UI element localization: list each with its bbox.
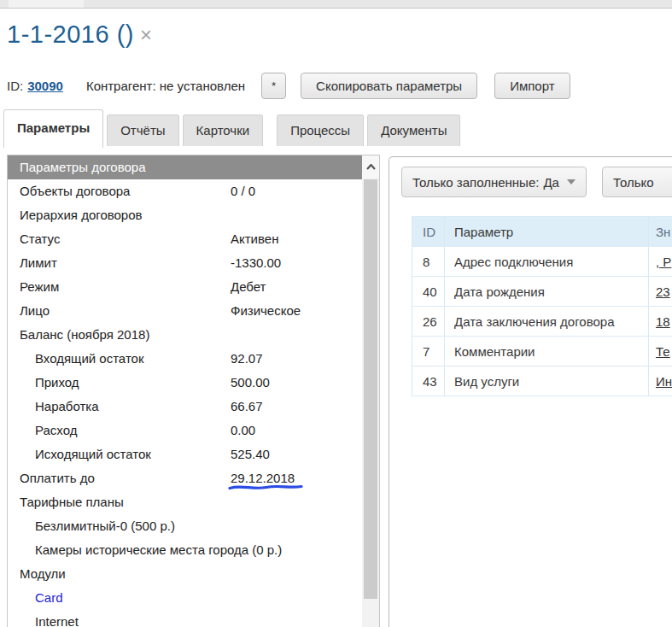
table-row[interactable]: 7 Комментарии Те: [412, 337, 672, 366]
param-value-text: 0 / 0: [231, 184, 255, 198]
param-row-тарифные-планы[interactable]: Тарифные планы: [8, 490, 379, 514]
scrollbar-up-arrow-icon[interactable]: [362, 155, 379, 179]
param-row-лимит[interactable]: Лимит -1330.00: [8, 251, 379, 275]
param-value: 29.12.2018: [231, 466, 295, 490]
col-header-param[interactable]: Параметр: [445, 217, 649, 247]
cell-param: Комментарии: [445, 337, 649, 366]
param-row-статус[interactable]: Статус Активен: [8, 227, 379, 251]
tab-label: Отчёты: [120, 123, 165, 138]
tab-карточки[interactable]: Карточки: [183, 114, 264, 146]
star-button[interactable]: *: [261, 73, 286, 99]
param-row-лицо[interactable]: Лицо Физическое: [8, 299, 379, 323]
tab-label: Документы: [381, 123, 447, 138]
param-row-internet[interactable]: Internet: [8, 610, 379, 627]
params-table-head: ID Параметр Зн: [412, 217, 672, 247]
table-row[interactable]: 8 Адрес подключения , Р: [412, 247, 672, 277]
scrollbar-thumb[interactable]: [364, 179, 377, 599]
param-label: Лицо: [20, 303, 50, 318]
close-icon[interactable]: ×: [140, 26, 152, 44]
param-row-модули[interactable]: Модули: [8, 562, 379, 586]
tab-label: Карточки: [196, 123, 250, 138]
id-label: ID:: [7, 79, 23, 93]
param-value: 525.40: [231, 442, 270, 466]
value-link[interactable]: 18: [656, 314, 670, 329]
param-value: 92.07: [231, 347, 263, 371]
copy-params-button[interactable]: Скопировать параметры: [301, 73, 477, 99]
param-value: 0 / 0: [231, 179, 255, 203]
tab-параметры[interactable]: Параметры: [3, 109, 103, 148]
filter-label: Только заполненные:: [412, 175, 539, 190]
col-header-value[interactable]: Зн: [649, 217, 672, 247]
contragent-text: Контрагент: не установлен: [86, 79, 245, 93]
value-link[interactable]: Те: [656, 344, 670, 359]
param-label: Тарифные планы: [20, 495, 124, 509]
cell-param: Дата заключения договора: [445, 307, 649, 337]
param-row-оплатить-до[interactable]: Оплатить до 29.12.2018: [8, 466, 379, 490]
contract-title-row: 1-1-2016 () ×: [7, 21, 152, 49]
param-value-text: 0.00: [231, 423, 255, 437]
params-table-body: 8 Адрес подключения , Р 40 Дата рождения…: [412, 247, 672, 396]
filter-label: Только: [613, 175, 654, 190]
param-value-text: -1330.00: [231, 255, 281, 270]
filter-value: Да: [543, 175, 559, 190]
tab-отчёты[interactable]: Отчёты: [107, 114, 178, 146]
param-label: Оплатить до: [20, 471, 95, 485]
param-row-иерархия-договоров[interactable]: Иерархия договоров: [8, 203, 379, 227]
param-label: Безлимитный-0 (500 р.): [35, 519, 175, 533]
filter-dropdown-только-заполненные-[interactable]: Только заполненные: Да: [401, 167, 587, 197]
tab-bar: ПараметрыОтчётыКарточки ПроцессыДокумент…: [3, 109, 464, 148]
param-row-расход[interactable]: Расход 0.00: [8, 419, 379, 442]
col-header-id[interactable]: ID: [412, 217, 445, 247]
param-row-наработка[interactable]: Наработка 66.67: [8, 395, 379, 419]
filters: Только заполненные: Да Только: [401, 167, 672, 197]
table-row[interactable]: 40 Дата рождения 23: [412, 277, 672, 307]
param-label: Наработка: [35, 399, 99, 413]
param-row-приход[interactable]: Приход 500.00: [8, 371, 379, 395]
value-link[interactable]: Ин: [656, 374, 672, 389]
param-row-исходящий-остаток[interactable]: Исходящий остаток 525.40: [8, 442, 379, 466]
param-label: Приход: [35, 375, 79, 390]
cell-value: 23: [649, 277, 672, 307]
param-row-безлимитный-0-500-р-[interactable]: Безлимитный-0 (500 р.): [8, 514, 379, 538]
param-value-text: 92.07: [231, 351, 263, 366]
param-label: Входящий остаток: [35, 351, 144, 366]
param-row-баланс-ноября-2018-[interactable]: Баланс (ноября 2018): [8, 323, 379, 347]
page-title: 1-1-2016 (): [7, 21, 134, 49]
table-row[interactable]: 43 Вид услуги Ин: [412, 366, 672, 396]
param-value: Активен: [231, 227, 278, 251]
param-label: Объекты договора: [20, 184, 130, 198]
tab-документы[interactable]: Документы: [367, 114, 460, 146]
param-value-text: Дебет: [231, 279, 266, 294]
param-row-объекты-договора[interactable]: Объекты договора 0 / 0: [8, 179, 379, 203]
cell-value: Ин: [649, 366, 672, 396]
param-row-параметры-договора[interactable]: Параметры договора: [8, 155, 379, 179]
left-panel-list: Параметры договора Объекты договора 0 / …: [8, 155, 379, 627]
param-label: Параметры договора: [20, 160, 146, 174]
param-value-text: 525.40: [231, 447, 270, 461]
param-label: Режим: [20, 279, 59, 294]
param-value: -1330.00: [231, 251, 281, 275]
param-label: Лимит: [20, 255, 57, 270]
param-value: Дебет: [231, 275, 266, 299]
left-panel-scrollbar[interactable]: [362, 155, 379, 627]
import-button[interactable]: Импорт: [494, 73, 570, 99]
param-value-text: Физическое: [231, 303, 301, 318]
cell-value: 18: [649, 307, 672, 337]
param-row-камеры-исторические-места-города-0-р-[interactable]: Камеры исторические места города (0 р.): [8, 538, 379, 562]
filter-dropdown-только[interactable]: Только: [602, 167, 672, 197]
cell-param: Адрес подключения: [445, 247, 649, 277]
param-value: 0.00: [231, 419, 255, 442]
contract-id-link[interactable]: 30090: [27, 79, 63, 93]
param-value: 500.00: [231, 371, 270, 395]
cell-value: Те: [649, 337, 672, 366]
params-table: ID Параметр Зн 8 Адрес подключения , Р 4…: [412, 216, 672, 396]
value-link[interactable]: , Р: [656, 255, 671, 269]
table-row[interactable]: 26 Дата заключения договора 18: [412, 307, 672, 337]
param-row-входящий-остаток[interactable]: Входящий остаток 92.07: [8, 347, 379, 371]
param-value: 66.67: [231, 395, 263, 419]
value-link[interactable]: 23: [656, 284, 670, 299]
param-row-card[interactable]: Card: [8, 586, 379, 610]
window-top-tab-remnant: [9, 0, 84, 8]
tab-процессы[interactable]: Процессы: [277, 114, 364, 146]
param-row-режим[interactable]: Режим Дебет: [8, 275, 379, 299]
